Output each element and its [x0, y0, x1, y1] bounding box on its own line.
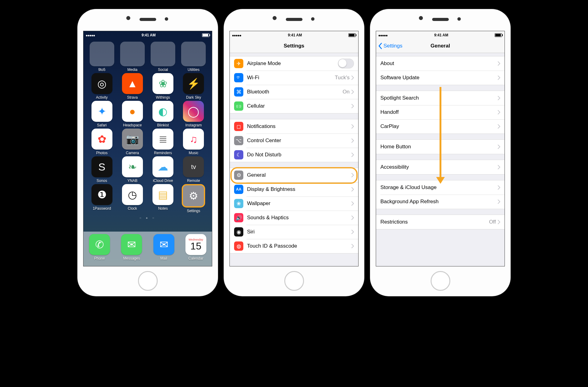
app-settings[interactable]: ⚙ Settings	[179, 184, 208, 213]
general-list[interactable]: About Software Update Spotlight Search H…	[376, 56, 505, 229]
row-value: On	[343, 89, 350, 95]
general-group: Home Button	[376, 139, 505, 154]
general-row-accessibility[interactable]: Accessibility	[376, 160, 505, 174]
app-sonos[interactable]: S Sonos	[87, 156, 116, 183]
toggle-switch[interactable]	[338, 59, 354, 68]
row-label: Software Update	[380, 75, 498, 81]
page-indicator[interactable]: ○ ● ○	[83, 216, 212, 220]
general-row-restrictions[interactable]: Restrictions Off	[376, 215, 505, 229]
row-label: Bluetooth	[247, 89, 343, 95]
app-label: Headspace	[123, 123, 142, 127]
settings-group: ✈ Airplane Mode ᯤ Wi-Fi Tuck's ⌘ Bluetoo…	[230, 56, 358, 113]
folder-social[interactable]: Social	[148, 42, 178, 72]
chevron-right-icon	[351, 104, 354, 108]
app-strava[interactable]: ▲ Strava	[118, 73, 147, 100]
general-row-software-update[interactable]: Software Update	[376, 71, 505, 85]
app-1password[interactable]: ❶ 1Password	[87, 184, 116, 213]
row-icon: ⌥	[234, 136, 243, 145]
app-safari[interactable]: ✦ Safari	[87, 101, 116, 127]
chevron-right-icon	[498, 145, 500, 149]
row-icon: ◻	[234, 122, 243, 131]
settings-row-siri[interactable]: ◉ Siri	[230, 225, 358, 239]
app-instagram[interactable]: ◯ Instagram	[179, 101, 208, 127]
dock-app-phone[interactable]: ✆ Phone	[89, 234, 110, 261]
folder-icon	[151, 42, 175, 66]
app-ynab[interactable]: ❧ YNAB	[118, 156, 147, 183]
settings-row-wallpaper[interactable]: ❀ Wallpaper	[230, 196, 358, 211]
settings-row-sounds-haptics[interactable]: 🔊 Sounds & Haptics	[230, 211, 358, 225]
app-icon: ⚡	[183, 73, 204, 94]
row-icon: ᯤ	[234, 73, 243, 82]
app-notes[interactable]: ▤ Notes	[148, 184, 178, 213]
app-icon: ◎	[91, 73, 112, 94]
app-withings[interactable]: ❀ Withings	[148, 73, 178, 100]
folder-media[interactable]: Media	[118, 42, 147, 72]
app-label: Sonos	[97, 179, 107, 183]
chevron-right-icon	[351, 124, 354, 129]
settings-row-wi-fi[interactable]: ᯤ Wi-Fi Tuck's	[230, 71, 358, 85]
back-button[interactable]: Settings	[378, 39, 402, 53]
settings-row-do-not-disturb[interactable]: ☾ Do Not Disturb	[230, 148, 358, 162]
row-label: CarPlay	[380, 123, 498, 130]
dock-app-messages[interactable]: ✉ Messages	[121, 234, 142, 261]
home-button[interactable]	[431, 271, 450, 291]
screen-general: 9:41 AM Settings General About Software …	[376, 31, 505, 266]
phone-sensor	[311, 17, 314, 21]
home-button[interactable]	[284, 271, 304, 291]
battery-icon	[202, 33, 209, 37]
app-icon: ❧	[122, 156, 143, 177]
settings-list[interactable]: ✈ Airplane Mode ᯤ Wi-Fi Tuck's ⌘ Bluetoo…	[230, 56, 358, 253]
app-camera[interactable]: 📷 Camera	[118, 129, 147, 155]
app-icloud drive[interactable]: ☁ iCloud Drive	[148, 156, 178, 183]
nav-bar: Settings General	[376, 39, 505, 53]
general-row-spotlight-search[interactable]: Spotlight Search	[376, 91, 505, 105]
general-row-storage-icloud-usage[interactable]: Storage & iCloud Usage	[376, 180, 505, 195]
app-label: Activity	[96, 95, 108, 100]
general-row-about[interactable]: About	[376, 56, 505, 71]
settings-row-cellular[interactable]: ((⋅)) Cellular	[230, 99, 358, 113]
row-icon: ◍	[234, 241, 243, 251]
settings-row-display-brightness[interactable]: AA Display & Brightness	[230, 182, 358, 196]
app-icon: ❶	[91, 184, 112, 205]
row-icon: ❀	[234, 199, 243, 208]
app-blinkist[interactable]: ◐ Blinkist	[148, 101, 178, 127]
home-screen[interactable]: 9:41 AM 9to5 Media Social Utilities ◎ Ac…	[83, 31, 212, 266]
chevron-right-icon	[498, 165, 500, 169]
app-icon: ❀	[152, 73, 173, 94]
app-icon: ●	[122, 101, 143, 122]
app-activity[interactable]: ◎ Activity	[87, 73, 116, 100]
chevron-right-icon	[498, 110, 500, 114]
app-photos[interactable]: ✿ Photos	[87, 129, 116, 155]
app-music[interactable]: ♫ Music	[179, 129, 208, 155]
phone-sensor	[165, 17, 168, 21]
row-label: Background App Refresh	[380, 199, 498, 205]
app-dark sky[interactable]: ⚡ Dark Sky	[179, 73, 208, 100]
folder-9to5[interactable]: 9to5	[87, 42, 116, 72]
general-row-carplay[interactable]: CarPlay	[376, 119, 505, 134]
general-row-background-app-refresh[interactable]: Background App Refresh	[376, 195, 505, 209]
chevron-right-icon	[351, 76, 354, 80]
settings-row-general[interactable]: ⚙ General	[230, 168, 358, 182]
settings-row-bluetooth[interactable]: ⌘ Bluetooth On	[230, 85, 358, 99]
phone-frame-settings: 9:41 AM Settings ✈ Airplane Mode ᯤ Wi-Fi…	[224, 9, 364, 296]
general-row-home-button[interactable]: Home Button	[376, 140, 505, 154]
app-reminders[interactable]: ≣ Reminders	[148, 129, 178, 155]
dock-app-mail[interactable]: ✉ Mail	[153, 234, 174, 261]
general-group: Spotlight Search Handoff CarPlay	[376, 91, 505, 134]
app-headspace[interactable]: ● Headspace	[118, 101, 147, 127]
app-clock[interactable]: ◷ Clock	[118, 184, 147, 213]
folder-utilities[interactable]: Utilities	[179, 42, 208, 72]
general-group: Restrictions Off	[376, 215, 505, 229]
dock-app-calendar[interactable]: Wednesday15 Calendar	[185, 234, 206, 261]
app-label: Mail	[160, 256, 167, 261]
status-bar: 9:41 AM	[83, 31, 212, 39]
settings-row-touch-id-passcode[interactable]: ◍ Touch ID & Passcode	[230, 239, 358, 253]
phone-sensor	[457, 17, 461, 21]
settings-row-control-center[interactable]: ⌥ Control Center	[230, 134, 358, 148]
general-row-handoff[interactable]: Handoff	[376, 105, 505, 119]
row-value: Tuck's	[335, 75, 350, 81]
home-button[interactable]	[138, 271, 158, 291]
settings-row-notifications[interactable]: ◻ Notifications	[230, 119, 358, 134]
app-remote[interactable]: tv Remote	[179, 156, 208, 183]
settings-row-airplane-mode[interactable]: ✈ Airplane Mode	[230, 56, 358, 71]
